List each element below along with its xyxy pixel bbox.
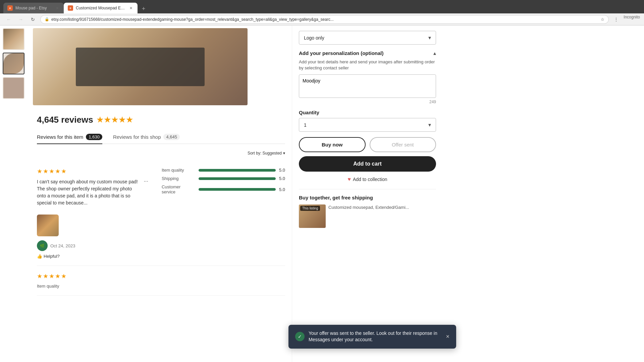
r2-star-4: ★	[55, 273, 60, 280]
buy-now-button[interactable]: Buy now	[299, 137, 366, 152]
r2-star-5: ★	[61, 273, 66, 280]
r2-star-2: ★	[43, 273, 48, 280]
add-to-collection-label: Add to collection	[353, 177, 387, 182]
tab-1[interactable]: e Mouse pad - Etsy ✕	[3, 3, 64, 13]
review-1-text: I can't say enough about my custom mouse…	[37, 178, 141, 206]
browser-nav: ← → ↻ 🔒 etsy.com/listing/916715668/custo…	[0, 13, 644, 25]
refresh-icon: ↻	[31, 17, 35, 22]
bundle-item-1[interactable]: This listing	[299, 204, 326, 228]
offer-sent-button[interactable]: Offer sent	[370, 137, 436, 152]
reviewer-1-icon: 🌿	[40, 244, 45, 248]
star-4: ★	[119, 116, 125, 124]
bundle-item-2[interactable]: Customized mousepad, Extended/Gami...	[328, 204, 436, 228]
bundle-items-list: This listing Customized mousepad, Extend…	[299, 204, 436, 228]
customer-service-value: 5.0	[279, 187, 285, 192]
review-1-stars: ★ ★ ★ ★ ★	[37, 168, 148, 175]
new-tab-button[interactable]: +	[139, 4, 148, 13]
browser-chrome: e Mouse pad - Etsy ✕ e Customized Mousep…	[0, 0, 644, 13]
forward-button[interactable]: →	[16, 15, 25, 24]
sort-dropdown[interactable]: Sort by: Suggested ▾	[248, 151, 285, 156]
item-quality-label: Item quality	[162, 168, 195, 173]
thumbnail-3-image	[3, 78, 24, 98]
review-1-ratings: Item quality 5.0 Shipping	[162, 168, 285, 259]
logo-only-dropdown[interactable]: Logo only ▾	[299, 31, 436, 45]
helpful-button-1[interactable]: 👍 Helpful?	[37, 254, 148, 259]
item-quality-fill	[199, 169, 276, 172]
review-1-image[interactable]	[37, 215, 59, 236]
bundle-title: Buy together, get free shipping	[299, 195, 436, 200]
tab-1-favicon: e	[7, 5, 13, 11]
thumbs-up-icon: 👍	[37, 254, 42, 259]
main-product-image	[33, 28, 248, 105]
quantity-section: Quantity 1 ▾	[299, 110, 436, 132]
review-1-expand-button[interactable]: ···	[144, 178, 148, 184]
add-to-collection-button[interactable]: ♥ Add to collection	[299, 176, 436, 182]
add-to-cart-button[interactable]: Add to cart	[299, 156, 436, 172]
bookmark-icon[interactable]: ☆	[601, 17, 604, 22]
nav-actions: ⋮ Incognito	[611, 15, 640, 24]
extensions-button[interactable]: ⋮	[611, 15, 621, 24]
customer-service-label: Customer service	[162, 184, 195, 194]
r1-star-1: ★	[37, 168, 42, 175]
thumbnail-2[interactable]	[3, 53, 24, 74]
tab-reviews-shop-count: 4,645	[163, 134, 180, 140]
thumbnail-3[interactable]	[3, 77, 24, 99]
shipping-row: Shipping 5.0	[162, 176, 285, 181]
sort-label: Sort by: Suggested	[248, 151, 282, 156]
reviewer-1-info: 🌿 Oct 24, 2023	[37, 240, 148, 251]
left-column: 4,645 reviews ★ ★ ★ ★ ★ Reviews for this…	[0, 25, 292, 362]
r1-star-3: ★	[49, 168, 54, 175]
review-1-text-area: ★ ★ ★ ★ ★ I can't say enough about my cu…	[37, 168, 148, 259]
r1-star-4: ★	[55, 168, 60, 175]
thumbnail-sidebar	[0, 25, 30, 362]
tab-2-close[interactable]: ✕	[128, 5, 133, 11]
toast-checkmark-icon: ✓	[295, 332, 305, 341]
tab-1-close[interactable]: ✕	[54, 5, 60, 11]
heart-icon: ♥	[347, 176, 351, 182]
thumbnail-2-image	[3, 53, 24, 74]
review-item-1: ★ ★ ★ ★ ★ I can't say enough about my cu…	[37, 161, 285, 266]
bundle-section: Buy together, get free shipping This lis…	[299, 189, 436, 228]
tab-reviews-item-label: Reviews for this item	[37, 134, 83, 140]
url-bar[interactable]: 🔒 etsy.com/listing/916715668/customized-…	[40, 15, 609, 24]
thumbnail-1[interactable]	[3, 28, 24, 50]
total-reviews-text: 4,645 reviews	[37, 115, 93, 125]
tab-reviews-shop-label: Reviews for this shop	[113, 134, 161, 140]
personalization-textarea[interactable]	[299, 74, 436, 98]
personalization-title: Add your personalization (optional)	[299, 50, 384, 56]
refresh-button[interactable]: ↻	[28, 15, 38, 24]
main-image-area	[30, 25, 292, 108]
bundle-item-1-image-content: This listing	[299, 204, 326, 228]
sort-bar: Sort by: Suggested ▾	[37, 151, 285, 156]
overall-stars: ★ ★ ★ ★ ★	[97, 116, 133, 124]
url-text: etsy.com/listing/916715668/customized-mo…	[51, 17, 599, 22]
right-column: Logo only ▾ Add your personalization (op…	[292, 25, 443, 362]
sort-chevron-icon: ▾	[283, 151, 285, 156]
tab-reviews-shop[interactable]: Reviews for this shop 4,645	[113, 130, 180, 144]
r1-star-5: ★	[61, 168, 66, 175]
item-quality-row: Item quality 5.0	[162, 168, 285, 173]
back-button[interactable]: ←	[4, 15, 13, 24]
review-2-item-quality-label: Item quality	[37, 284, 59, 289]
logo-dropdown-arrow-icon: ▾	[428, 35, 431, 41]
main-content-scroll: 4,645 reviews ★ ★ ★ ★ ★ Reviews for this…	[30, 25, 292, 362]
shipping-label: Shipping	[162, 176, 195, 181]
tab-reviews-item[interactable]: Reviews for this item 1,630	[37, 130, 102, 144]
personalization-section: Add your personalization (optional) ▴ Ad…	[299, 50, 436, 104]
shipping-fill	[199, 177, 276, 180]
item-quality-value: 5.0	[279, 168, 285, 173]
quantity-dropdown[interactable]: 1 ▾	[299, 118, 436, 132]
thumbnail-1-image	[3, 29, 24, 49]
star-3: ★	[111, 116, 118, 124]
mousepad-dark-area	[76, 48, 205, 86]
personalization-header: Add your personalization (optional) ▴	[299, 50, 436, 56]
tab-2-favicon: e	[68, 5, 73, 11]
browser-tabs: e Mouse pad - Etsy ✕ e Customized Mousep…	[3, 0, 641, 13]
customer-service-fill	[199, 188, 276, 191]
reviews-count-header: 4,645 reviews ★ ★ ★ ★ ★	[37, 115, 285, 125]
toast-close-button[interactable]: ×	[446, 333, 449, 340]
personalization-description: Add your text details here and send your…	[299, 59, 436, 71]
personalization-chevron-icon[interactable]: ▴	[433, 50, 436, 56]
logo-only-label: Logo only	[304, 35, 324, 41]
tab-2[interactable]: e Customized Mousepad Extende... ✕	[64, 3, 138, 13]
